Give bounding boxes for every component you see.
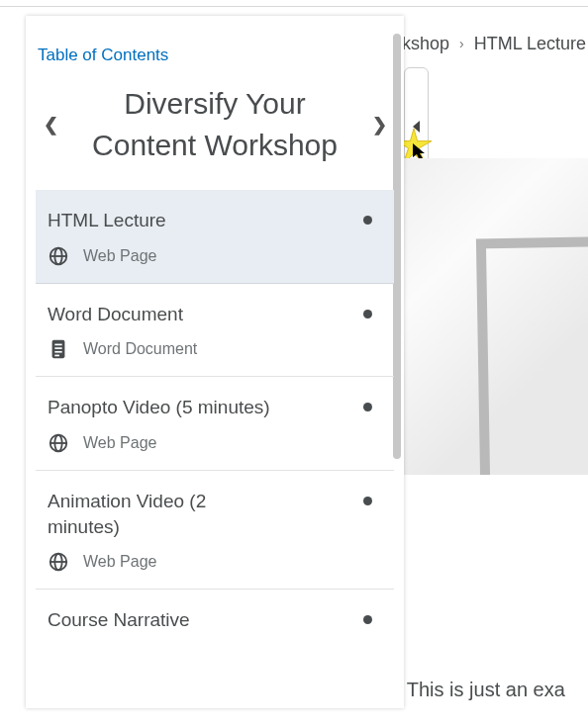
- breadcrumb-current: HTML Lecture: [474, 34, 586, 54]
- toc-item-title: HTML Lecture: [48, 208, 275, 233]
- toc-item-type: Word Document: [83, 340, 197, 358]
- status-dot-icon: [363, 497, 372, 505]
- breadcrumb-prev-fragment[interactable]: rkshop: [396, 34, 449, 54]
- course-title: Diversify Your Content Workshop: [71, 83, 358, 166]
- status-dot-icon: [363, 310, 372, 318]
- next-unit-button[interactable]: ❯: [364, 105, 394, 144]
- triangle-left-icon: [413, 121, 420, 133]
- globe-icon: [48, 432, 69, 454]
- toc-item-type: Web Page: [83, 553, 156, 571]
- toc-item-type: Web Page: [83, 434, 156, 452]
- chevron-right-icon: ›: [459, 36, 464, 51]
- course-nav: ❮ Diversify Your Content Workshop ❯: [36, 83, 394, 166]
- toc-item-panopto-video[interactable]: Panopto Video (5 minutes) Web Page: [36, 377, 394, 471]
- status-dot-icon: [363, 216, 372, 225]
- decorative-frame: [476, 236, 588, 475]
- prev-unit-button[interactable]: ❮: [36, 105, 65, 144]
- globe-icon: [48, 245, 69, 267]
- status-dot-icon: [363, 615, 372, 624]
- toc-item-html-lecture[interactable]: HTML Lecture Web Page: [36, 190, 394, 284]
- toc-item-title: Course Narrative: [48, 607, 275, 633]
- toc-link[interactable]: Table of Contents: [38, 46, 168, 65]
- breadcrumb: rkshop › HTML Lecture: [396, 30, 586, 57]
- document-icon: [48, 338, 69, 360]
- toc-item-word-document[interactable]: Word Document Word Document: [36, 284, 394, 378]
- toc-panel: Table of Contents ❮ Diversify Your Conte…: [26, 16, 404, 708]
- toc-item-course-narrative[interactable]: Course Narrative: [36, 590, 394, 663]
- toc-items: HTML Lecture Web Page Word Document Word…: [36, 190, 394, 663]
- toc-item-type: Web Page: [83, 247, 156, 265]
- chevron-left-icon: ❮: [44, 114, 58, 136]
- status-dot-icon: [363, 403, 372, 411]
- toc-item-title: Panopto Video (5 minutes): [48, 395, 275, 420]
- top-border: [0, 6, 588, 7]
- toc-item-title: Animation Video (2 minutes): [48, 489, 275, 539]
- chevron-right-icon: ❯: [372, 114, 387, 136]
- toc-item-animation-video[interactable]: Animation Video (2 minutes) Web Page: [36, 471, 394, 590]
- globe-icon: [48, 551, 69, 573]
- toc-item-title: Word Document: [48, 302, 275, 327]
- content-hero-image: [404, 158, 588, 475]
